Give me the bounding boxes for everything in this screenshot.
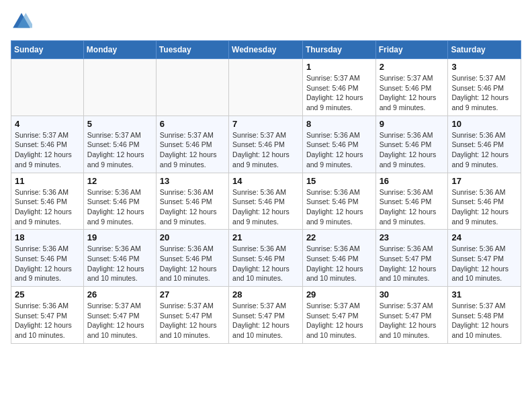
calendar-cell: 29Sunrise: 5:37 AM Sunset: 5:47 PM Dayli… <box>302 287 375 344</box>
day-number: 10 <box>451 119 517 129</box>
day-number: 8 <box>306 119 372 129</box>
calendar-table: SundayMondayTuesdayWednesdayThursdayFrid… <box>11 40 521 344</box>
calendar-cell: 31Sunrise: 5:37 AM Sunset: 5:48 PM Dayli… <box>448 287 521 344</box>
day-header-sunday: Sunday <box>11 41 84 59</box>
day-number: 18 <box>15 232 80 242</box>
day-info: Sunrise: 5:36 AM Sunset: 5:46 PM Dayligh… <box>380 130 445 170</box>
day-number: 23 <box>380 232 445 242</box>
day-header-friday: Friday <box>375 41 448 59</box>
calendar-cell: 21Sunrise: 5:36 AM Sunset: 5:46 PM Dayli… <box>229 230 303 287</box>
day-info: Sunrise: 5:36 AM Sunset: 5:46 PM Dayligh… <box>15 187 80 227</box>
day-number: 31 <box>451 289 517 300</box>
day-info: Sunrise: 5:37 AM Sunset: 5:48 PM Dayligh… <box>451 301 517 340</box>
calendar-cell: 13Sunrise: 5:36 AM Sunset: 5:46 PM Dayli… <box>156 173 228 230</box>
day-info: Sunrise: 5:36 AM Sunset: 5:46 PM Dayligh… <box>306 130 372 170</box>
day-info: Sunrise: 5:37 AM Sunset: 5:46 PM Dayligh… <box>380 73 445 113</box>
day-info: Sunrise: 5:37 AM Sunset: 5:46 PM Dayligh… <box>15 130 80 170</box>
calendar-cell: 20Sunrise: 5:36 AM Sunset: 5:46 PM Dayli… <box>156 230 228 287</box>
day-number: 20 <box>160 232 225 242</box>
page-header <box>11 11 521 32</box>
calendar-cell: 26Sunrise: 5:37 AM Sunset: 5:47 PM Dayli… <box>83 287 156 344</box>
day-number: 30 <box>380 289 445 300</box>
calendar-cell: 17Sunrise: 5:36 AM Sunset: 5:46 PM Dayli… <box>448 173 521 230</box>
calendar-header-row: SundayMondayTuesdayWednesdayThursdayFrid… <box>11 41 521 59</box>
day-number: 24 <box>451 232 517 242</box>
day-header-saturday: Saturday <box>448 41 521 59</box>
day-info: Sunrise: 5:37 AM Sunset: 5:47 PM Dayligh… <box>380 301 445 340</box>
day-info: Sunrise: 5:37 AM Sunset: 5:46 PM Dayligh… <box>87 130 152 170</box>
calendar-cell: 24Sunrise: 5:36 AM Sunset: 5:47 PM Dayli… <box>448 230 521 287</box>
day-number: 19 <box>87 232 152 242</box>
calendar-cell: 28Sunrise: 5:37 AM Sunset: 5:47 PM Dayli… <box>229 287 303 344</box>
calendar-cell: 11Sunrise: 5:36 AM Sunset: 5:46 PM Dayli… <box>11 173 84 230</box>
calendar-cell: 23Sunrise: 5:36 AM Sunset: 5:47 PM Dayli… <box>375 230 448 287</box>
day-info: Sunrise: 5:36 AM Sunset: 5:46 PM Dayligh… <box>160 244 225 283</box>
day-info: Sunrise: 5:37 AM Sunset: 5:46 PM Dayligh… <box>160 130 225 170</box>
calendar-cell: 2Sunrise: 5:37 AM Sunset: 5:46 PM Daylig… <box>375 59 448 116</box>
day-info: Sunrise: 5:37 AM Sunset: 5:47 PM Dayligh… <box>87 301 152 340</box>
day-info: Sunrise: 5:36 AM Sunset: 5:46 PM Dayligh… <box>232 244 299 283</box>
day-info: Sunrise: 5:36 AM Sunset: 5:46 PM Dayligh… <box>451 130 517 170</box>
calendar-cell: 9Sunrise: 5:36 AM Sunset: 5:46 PM Daylig… <box>375 116 448 173</box>
day-info: Sunrise: 5:37 AM Sunset: 5:46 PM Dayligh… <box>232 130 299 170</box>
day-info: Sunrise: 5:36 AM Sunset: 5:46 PM Dayligh… <box>15 244 80 283</box>
calendar-week-row: 18Sunrise: 5:36 AM Sunset: 5:46 PM Dayli… <box>11 230 521 287</box>
calendar-cell: 4Sunrise: 5:37 AM Sunset: 5:46 PM Daylig… <box>11 116 84 173</box>
day-number: 9 <box>380 119 445 129</box>
day-number: 17 <box>451 176 517 186</box>
calendar-cell: 8Sunrise: 5:36 AM Sunset: 5:46 PM Daylig… <box>302 116 375 173</box>
day-info: Sunrise: 5:37 AM Sunset: 5:47 PM Dayligh… <box>160 301 225 340</box>
calendar-cell: 7Sunrise: 5:37 AM Sunset: 5:46 PM Daylig… <box>229 116 303 173</box>
calendar-week-row: 25Sunrise: 5:36 AM Sunset: 5:47 PM Dayli… <box>11 287 521 344</box>
day-info: Sunrise: 5:36 AM Sunset: 5:47 PM Dayligh… <box>451 244 517 283</box>
logo-icon <box>11 11 32 32</box>
calendar-cell <box>11 59 84 116</box>
day-number: 5 <box>87 119 152 129</box>
calendar-week-row: 1Sunrise: 5:37 AM Sunset: 5:46 PM Daylig… <box>11 59 521 116</box>
calendar-cell: 1Sunrise: 5:37 AM Sunset: 5:46 PM Daylig… <box>302 59 375 116</box>
day-number: 27 <box>160 289 225 300</box>
day-number: 15 <box>306 176 372 186</box>
day-number: 21 <box>232 232 299 242</box>
day-number: 26 <box>87 289 152 300</box>
calendar-week-row: 11Sunrise: 5:36 AM Sunset: 5:46 PM Dayli… <box>11 173 521 230</box>
calendar-cell: 6Sunrise: 5:37 AM Sunset: 5:46 PM Daylig… <box>156 116 228 173</box>
day-number: 28 <box>232 289 299 300</box>
calendar-cell: 10Sunrise: 5:36 AM Sunset: 5:46 PM Dayli… <box>448 116 521 173</box>
day-info: Sunrise: 5:37 AM Sunset: 5:47 PM Dayligh… <box>306 301 372 340</box>
day-info: Sunrise: 5:36 AM Sunset: 5:47 PM Dayligh… <box>380 244 445 283</box>
day-info: Sunrise: 5:36 AM Sunset: 5:47 PM Dayligh… <box>15 301 80 340</box>
day-number: 22 <box>306 232 372 242</box>
day-info: Sunrise: 5:36 AM Sunset: 5:46 PM Dayligh… <box>160 187 225 227</box>
day-info: Sunrise: 5:37 AM Sunset: 5:46 PM Dayligh… <box>306 73 372 113</box>
calendar-cell: 30Sunrise: 5:37 AM Sunset: 5:47 PM Dayli… <box>375 287 448 344</box>
day-info: Sunrise: 5:37 AM Sunset: 5:47 PM Dayligh… <box>232 301 299 340</box>
calendar-cell: 27Sunrise: 5:37 AM Sunset: 5:47 PM Dayli… <box>156 287 228 344</box>
day-number: 13 <box>160 176 225 186</box>
day-number: 14 <box>232 176 299 186</box>
calendar-cell: 25Sunrise: 5:36 AM Sunset: 5:47 PM Dayli… <box>11 287 84 344</box>
day-info: Sunrise: 5:36 AM Sunset: 5:46 PM Dayligh… <box>306 187 372 227</box>
calendar-cell: 22Sunrise: 5:36 AM Sunset: 5:46 PM Dayli… <box>302 230 375 287</box>
calendar-cell <box>229 59 303 116</box>
day-header-monday: Monday <box>83 41 156 59</box>
calendar-week-row: 4Sunrise: 5:37 AM Sunset: 5:46 PM Daylig… <box>11 116 521 173</box>
logo <box>11 11 35 32</box>
calendar-cell: 5Sunrise: 5:37 AM Sunset: 5:46 PM Daylig… <box>83 116 156 173</box>
day-header-wednesday: Wednesday <box>229 41 303 59</box>
day-header-thursday: Thursday <box>302 41 375 59</box>
day-info: Sunrise: 5:36 AM Sunset: 5:46 PM Dayligh… <box>87 187 152 227</box>
calendar-cell <box>156 59 228 116</box>
day-number: 6 <box>160 119 225 129</box>
day-header-tuesday: Tuesday <box>156 41 228 59</box>
day-number: 11 <box>15 176 80 186</box>
day-number: 29 <box>306 289 372 300</box>
calendar-cell: 18Sunrise: 5:36 AM Sunset: 5:46 PM Dayli… <box>11 230 84 287</box>
calendar-cell: 3Sunrise: 5:37 AM Sunset: 5:46 PM Daylig… <box>448 59 521 116</box>
day-number: 3 <box>451 62 517 72</box>
day-number: 25 <box>15 289 80 300</box>
day-number: 2 <box>380 62 445 72</box>
day-number: 12 <box>87 176 152 186</box>
calendar-cell: 19Sunrise: 5:36 AM Sunset: 5:46 PM Dayli… <box>83 230 156 287</box>
calendar-cell: 16Sunrise: 5:36 AM Sunset: 5:46 PM Dayli… <box>375 173 448 230</box>
